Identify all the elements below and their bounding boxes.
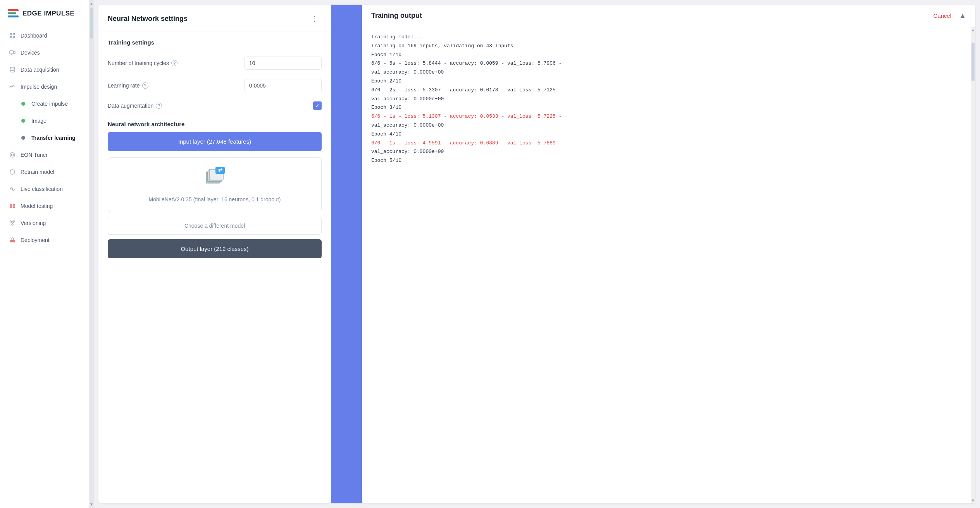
- model-testing-icon: [9, 203, 16, 209]
- learning-rate-input[interactable]: [244, 79, 322, 92]
- live-icon: [9, 185, 16, 192]
- training-output-log: Training model...Training on 169 inputs,…: [362, 27, 971, 503]
- logo-bar-blue: [8, 15, 19, 17]
- more-options-button[interactable]: ⋮: [308, 12, 322, 25]
- impulse-icon: [9, 83, 16, 90]
- output-layer-button[interactable]: Output layer (212 classes): [108, 239, 322, 258]
- svg-rect-1: [13, 33, 15, 35]
- training-cycles-text: Number of training cycles: [108, 60, 169, 66]
- output-scroll[interactable]: ▲ ▼: [971, 27, 975, 503]
- svg-point-11: [12, 188, 14, 190]
- training-title: Training output: [371, 12, 422, 20]
- sidebar-item-dashboard[interactable]: Dashboard: [0, 27, 89, 44]
- output-line: Training model...: [371, 33, 961, 41]
- learning-rate-label: Learning rate ?: [108, 82, 148, 89]
- sidebar-label-data: Data acquisition: [21, 67, 59, 73]
- data-augmentation-help-icon[interactable]: ?: [156, 103, 162, 109]
- output-line: val_accuracy: 0.0000e+00: [371, 69, 961, 77]
- deployment-icon: [9, 237, 16, 244]
- svg-rect-15: [13, 206, 15, 208]
- sidebar-label-create-impulse: Create impulse: [31, 101, 68, 107]
- versioning-icon: [9, 220, 16, 227]
- svg-point-16: [10, 221, 12, 222]
- output-line: Epoch 5/10: [371, 157, 961, 165]
- sidebar: EDGE IMPULSE Dashboard Devices: [0, 0, 89, 508]
- panel-title: Neural Network settings: [108, 15, 188, 23]
- output-line: 6/6 - 5s - loss: 5.8444 - accuracy: 0.00…: [371, 60, 961, 68]
- logo-icon: [8, 9, 19, 17]
- svg-point-18: [12, 224, 13, 225]
- purple-accent-strip: [331, 5, 362, 503]
- cancel-button[interactable]: Cancel: [933, 12, 951, 19]
- sidebar-label-versioning: Versioning: [21, 220, 46, 226]
- training-cycles-help-icon[interactable]: ?: [171, 60, 177, 66]
- svg-rect-13: [13, 204, 15, 206]
- svg-rect-3: [13, 36, 15, 38]
- dashboard-icon: [9, 32, 16, 39]
- collapse-button[interactable]: ▲: [959, 12, 966, 20]
- data-augmentation-label: Data augmentation ?: [108, 103, 162, 109]
- svg-line-21: [12, 222, 14, 224]
- sidebar-label-dashboard: Dashboard: [21, 33, 47, 39]
- sidebar-label-eon: EON Tuner: [21, 152, 48, 158]
- sidebar-label-deployment: Deployment: [21, 237, 50, 243]
- model-card: ⇄ MobileNetV2 0.35 (final layer: 16 neur…: [108, 157, 322, 212]
- training-output-panel: Training output Cancel ▲ Training model.…: [362, 5, 975, 503]
- training-cycles-row: Number of training cycles ?: [98, 52, 331, 74]
- svg-rect-4: [10, 51, 14, 54]
- logo-text: EDGE IMPULSE: [22, 10, 74, 17]
- sidebar-item-eon-tuner[interactable]: EON Tuner: [0, 146, 89, 163]
- sidebar-item-transfer-learning[interactable]: Transfer learning: [0, 129, 89, 146]
- main-scroll-indicator[interactable]: ▲ ▼: [89, 0, 94, 508]
- sidebar-item-create-impulse[interactable]: Create impulse: [0, 95, 89, 112]
- choose-model-button[interactable]: Choose a different model: [108, 217, 322, 235]
- data-augmentation-row: Data augmentation ? ✓: [98, 97, 331, 115]
- svg-point-17: [13, 221, 15, 222]
- output-line: Epoch 2/10: [371, 77, 961, 86]
- sidebar-label-impulse: Impulse design: [21, 84, 57, 90]
- data-icon: [9, 66, 16, 73]
- svg-rect-14: [10, 206, 12, 208]
- output-line: val_accuracy: 0.0000e+00: [371, 95, 961, 103]
- svg-point-10: [12, 154, 14, 156]
- output-scroll-thumb: [971, 43, 975, 81]
- logo-area: EDGE IMPULSE: [0, 0, 89, 27]
- sidebar-item-live[interactable]: Live classification: [0, 180, 89, 197]
- output-line: val_accuracy: 0.0000e+00: [371, 148, 961, 156]
- sidebar-item-impulse-design[interactable]: Impulse design: [0, 78, 89, 95]
- sidebar-label-model-testing: Model testing: [21, 203, 53, 209]
- devices-icon: [9, 49, 16, 56]
- data-augmentation-checkbox[interactable]: ✓: [313, 101, 322, 110]
- sidebar-item-image[interactable]: Image: [0, 112, 89, 129]
- training-header: Training output Cancel ▲: [362, 5, 975, 27]
- svg-point-8: [10, 67, 15, 69]
- sidebar-item-retrain[interactable]: Retrain model: [0, 163, 89, 180]
- output-line: Epoch 4/10: [371, 130, 961, 139]
- logo-bar-red: [8, 9, 19, 11]
- checkmark-icon: ✓: [315, 103, 320, 109]
- sidebar-label-retrain: Retrain model: [21, 169, 54, 175]
- input-layer-button[interactable]: Input layer (27,648 features): [108, 132, 322, 151]
- eon-icon: [9, 151, 16, 158]
- output-line: Epoch 1/10: [371, 51, 961, 59]
- sidebar-label-image: Image: [31, 118, 47, 124]
- output-line: 6/6 - 2s - loss: 5.3307 - accuracy: 0.01…: [371, 86, 961, 94]
- training-cycles-label: Number of training cycles ?: [108, 60, 177, 66]
- output-line: Epoch 3/10: [371, 104, 961, 112]
- training-settings-title: Training settings: [98, 31, 331, 52]
- panel-header: Neural Network settings ⋮: [98, 5, 331, 31]
- sidebar-item-model-testing[interactable]: Model testing: [0, 197, 89, 215]
- learning-rate-row: Learning rate ?: [98, 74, 331, 97]
- svg-rect-0: [10, 33, 12, 35]
- sidebar-item-devices[interactable]: Devices: [0, 44, 89, 61]
- training-cycles-input[interactable]: [244, 57, 322, 70]
- sidebar-label-live: Live classification: [21, 186, 63, 192]
- sidebar-item-deployment[interactable]: Deployment: [0, 232, 89, 249]
- learning-rate-help-icon[interactable]: ?: [142, 82, 148, 89]
- neural-network-panel: Neural Network settings ⋮ Training setti…: [98, 5, 331, 503]
- sidebar-item-versioning[interactable]: Versioning: [0, 215, 89, 232]
- sidebar-item-data-acquisition[interactable]: Data acquisition: [0, 61, 89, 78]
- learning-rate-text: Learning rate: [108, 82, 140, 89]
- output-line: Training on 169 inputs, validating on 43…: [371, 42, 961, 50]
- retrain-icon: [9, 168, 16, 175]
